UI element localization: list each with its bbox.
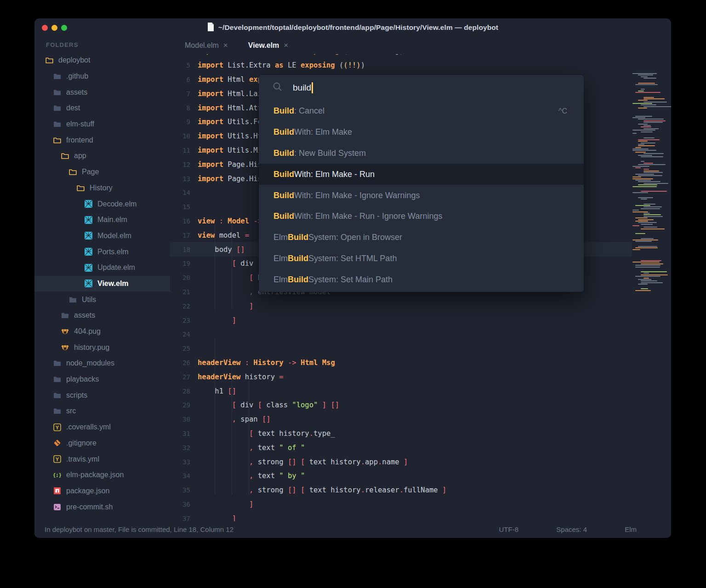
tree-item-app[interactable]: app (34, 148, 170, 164)
tree-item-dest[interactable]: dest (34, 100, 170, 116)
tree-item-elm-package-json[interactable]: {;}elm-package.json (34, 467, 170, 483)
tree-item-history-pug[interactable]: history.pug (34, 339, 170, 355)
tree-item-label: Ports.elm (97, 248, 129, 256)
code-line-29[interactable]: 29 [ div [ class "logo" ] [] (170, 398, 632, 412)
code-line-4[interactable]: 4import Json.Decode as JD exposing (deco… (170, 54, 632, 58)
minimize-window-button[interactable] (51, 25, 57, 31)
tree-item-model-elm[interactable]: Model.elm (34, 228, 170, 244)
code-text: [ text history.type_ (198, 429, 335, 438)
tree-item-elm-stuff[interactable]: elm-stuff (34, 116, 170, 132)
indent-guide (215, 338, 215, 494)
app-window: ~/Development/toptal/deploybot/frontend/… (34, 18, 671, 538)
code-line-34[interactable]: 34 , text " by " (170, 469, 632, 483)
code-line-36[interactable]: 36 ] (170, 497, 632, 512)
code-line-26[interactable]: 26headerView : History -> Html Msg (170, 356, 632, 370)
code-line-32[interactable]: 32 , text " of " (170, 440, 632, 455)
tree-item-404-pug[interactable]: 404.pug (34, 324, 170, 340)
palette-item-8[interactable]: Elm Build System: Set Main Path (259, 269, 584, 290)
tree-item--coveralls-yml[interactable]: Y.coveralls.yml (34, 419, 170, 435)
tab-close-icon[interactable]: × (284, 41, 288, 50)
tab-close-icon[interactable]: × (223, 41, 228, 50)
file-tree: deploybot.githubassetsdestelm-stufffront… (34, 52, 170, 515)
command-palette: build Build: Cancel^CBuild With: Elm Mak… (259, 75, 584, 292)
code-line-33[interactable]: 33 , strong [] [ text history.app.name ] (170, 455, 632, 469)
tree-item-view-elm[interactable]: View.elm (34, 276, 170, 292)
tree-item-package-json[interactable]: package.json (34, 483, 170, 499)
folder-icon (53, 104, 61, 112)
text-cursor (312, 82, 313, 93)
code-text: import List.Extra as LE exposing ((!!)) (198, 61, 365, 69)
palette-item-3[interactable]: Build With: Elm Make - Run (259, 164, 584, 185)
tab-model-elm[interactable]: Model.elm× (185, 41, 228, 50)
palette-item-5[interactable]: Build With: Elm Make - Run - Ignore Warn… (259, 206, 584, 227)
window-title: ~/Development/toptal/deploybot/frontend/… (218, 23, 498, 32)
tree-item-label: Update.elm (97, 263, 135, 272)
palette-item-4[interactable]: Build With: Elm Make - Ignore Warnings (259, 185, 584, 206)
minimap[interactable] (632, 70, 668, 291)
palette-item-2[interactable]: Build: New Build System (259, 143, 584, 164)
tree-item--gitignore[interactable]: .gitignore (34, 435, 170, 451)
document-icon (207, 23, 214, 33)
tree-item-ports-elm[interactable]: Ports.elm (34, 244, 170, 260)
tree-item-playbacks[interactable]: playbacks (34, 371, 170, 388)
indent-guide (249, 381, 249, 495)
tree-item-update-elm[interactable]: Update.elm (34, 260, 170, 276)
tree-item-utils[interactable]: Utils (34, 291, 170, 308)
tree-item-assets[interactable]: assets (34, 308, 170, 324)
status-indentation[interactable]: Spaces: 4 (556, 525, 587, 533)
yml-file-icon: Y (53, 455, 61, 463)
status-syntax[interactable]: Elm (625, 525, 637, 533)
tree-item-deploybot[interactable]: deploybot (34, 52, 170, 69)
tree-item-scripts[interactable]: scripts (34, 387, 170, 403)
code-line-24[interactable]: 24 (170, 327, 632, 342)
line-number: 11 (170, 147, 198, 154)
line-number: 23 (170, 317, 198, 324)
code-text: ] (198, 500, 253, 508)
code-text: ] (198, 302, 253, 310)
tree-item-history[interactable]: History (34, 180, 170, 196)
elm-file-icon (85, 264, 92, 272)
line-number: 29 (170, 401, 198, 409)
tree-item-label: assets (74, 311, 95, 320)
code-line-5[interactable]: 5import List.Extra as LE exposing ((!!)) (170, 58, 632, 73)
code-text: headerView : History -> Html Msg (198, 359, 335, 367)
palette-item-6[interactable]: Elm Build System: Open in Browser (259, 227, 584, 248)
npm-file-icon (53, 487, 61, 495)
tree-item-assets[interactable]: assets (34, 84, 170, 100)
tree-item-decode-elm[interactable]: Decode.elm (34, 196, 170, 212)
tree-item--github[interactable]: .github (34, 69, 170, 85)
tree-item-label: Main.elm (97, 216, 127, 224)
svg-text:Y: Y (56, 457, 59, 462)
code-line-27[interactable]: 27headerView history = (170, 370, 632, 384)
tree-item--travis-yml[interactable]: Y.travis.yml (34, 451, 170, 467)
command-palette-input[interactable]: build (259, 75, 584, 101)
code-line-28[interactable]: 28 h1 [] (170, 384, 632, 398)
zoom-window-button[interactable] (61, 25, 67, 31)
tree-item-pre-commit-sh[interactable]: pre-commit.sh (34, 499, 170, 515)
palette-item-7[interactable]: Elm Build System: Set HTML Path (259, 248, 584, 269)
code-line-31[interactable]: 31 [ text history.type_ (170, 427, 632, 441)
title-bar[interactable]: ~/Development/toptal/deploybot/frontend/… (34, 18, 671, 37)
code-line-23[interactable]: 23 ] (170, 313, 632, 327)
status-encoding[interactable]: UTF-8 (499, 525, 519, 533)
code-text: view model = (198, 231, 249, 240)
tab-label: View.elm (248, 41, 279, 50)
code-line-37[interactable]: 37 ] (170, 511, 632, 521)
close-window-button[interactable] (42, 25, 48, 31)
code-line-25[interactable]: 25 (170, 342, 632, 356)
code-line-35[interactable]: 35 , strong [] [ text history.releaser.f… (170, 483, 632, 497)
tab-view-elm[interactable]: View.elm× (248, 41, 289, 50)
tree-item-page[interactable]: Page (34, 164, 170, 180)
tree-item-frontend[interactable]: frontend (34, 132, 170, 148)
tree-item-src[interactable]: src (34, 403, 170, 419)
line-number: 18 (170, 246, 198, 253)
palette-item-0[interactable]: Build: Cancel^C (259, 101, 584, 122)
tree-item-main-elm[interactable]: Main.elm (34, 212, 170, 228)
tree-item-node-modules[interactable]: node_modules (34, 355, 170, 371)
code-line-30[interactable]: 30 , span [] (170, 412, 632, 427)
code-line-22[interactable]: 22 ] (170, 299, 632, 313)
folder-open-icon (77, 184, 85, 192)
palette-item-1[interactable]: Build With: Elm Make (259, 122, 584, 143)
tree-item-label: Page (82, 168, 99, 176)
pug-file-icon (61, 343, 69, 351)
